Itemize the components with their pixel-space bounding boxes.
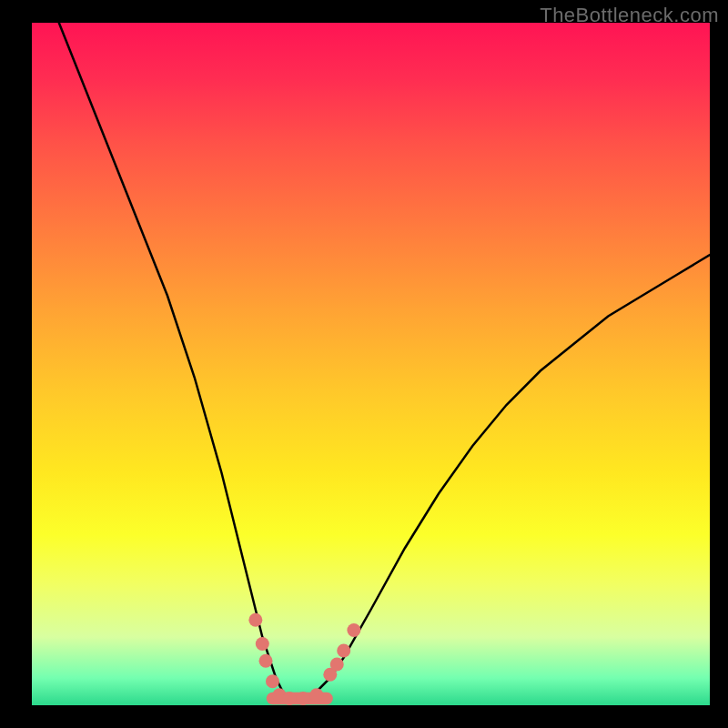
plot-area xyxy=(32,23,710,705)
chart-frame: TheBottleneck.com xyxy=(0,0,728,728)
marker-dot xyxy=(337,644,350,658)
marker-dot xyxy=(266,674,279,688)
curve-layer xyxy=(59,23,710,699)
marker-dot xyxy=(283,692,297,705)
marker-dot xyxy=(309,688,323,702)
chart-svg xyxy=(32,23,710,705)
marker-dot xyxy=(259,654,273,668)
marker-dot xyxy=(347,623,360,637)
watermark-text: TheBottleneck.com xyxy=(540,4,719,27)
marker-dot xyxy=(248,613,262,627)
marker-dot xyxy=(297,692,310,705)
bottleneck-curve xyxy=(59,23,710,699)
marker-dot xyxy=(256,637,269,651)
marker-dot xyxy=(330,658,344,672)
